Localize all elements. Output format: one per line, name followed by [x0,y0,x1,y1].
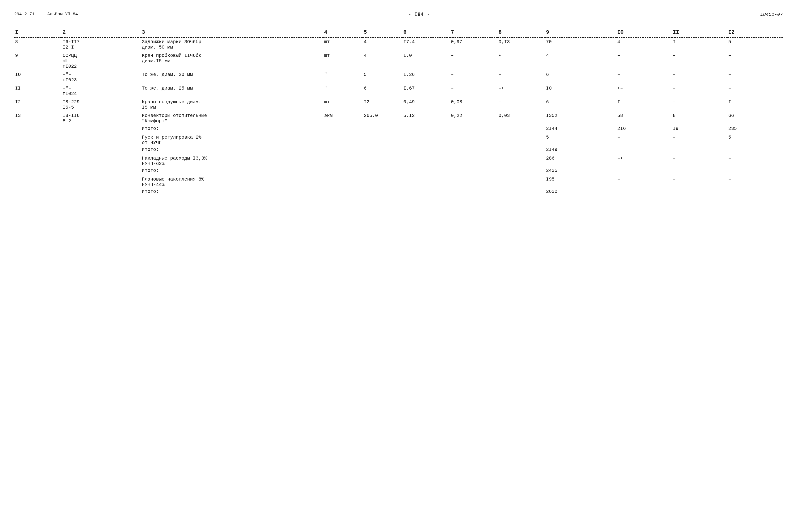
row-1-cell-9: 4 [545,51,616,71]
subtotal-3-empty-3 [323,155,363,167]
row-3-cell-9: IO [545,84,616,98]
row-5-cell-5: 265,0 [363,112,402,125]
col-header-2: 2 [62,27,141,37]
subtotal-1-col9: 5 [545,134,616,146]
row-3-cell-6: I,67 [402,84,450,98]
subtotal-5-col9: I95 [545,176,616,188]
row-2-cell-7: – [450,71,498,84]
row-2-cell-4: " [323,71,363,84]
subtotal-5-empty-4 [363,176,402,188]
subtotal-6-col9: 2630 [545,188,616,195]
main-table-container: I 2 3 4 5 6 7 8 9 IO II I2 8I6-II7I2-IЗа… [14,27,783,195]
header-left: 294-2-71 Альбом УП.84 [14,12,78,17]
col-header-4: 4 [323,27,363,37]
subtotal-5-empty-7 [498,176,545,188]
table-row: II–"–пI024То же, диам. 25 мм"6I,67––•IO•… [14,84,783,98]
subtotal-6-empty-6 [450,188,498,195]
row-0-cell-12: 5 [727,37,783,51]
row-0-cell-9: 70 [545,37,616,51]
row-2-cell-10: – [616,71,672,84]
col-header-7: 7 [450,27,498,37]
subtotal-6-empty-1 [62,188,141,195]
row-0-cell-11: I [672,37,727,51]
col-header-10: IO [616,27,672,37]
subtotal-5-col10: – [616,176,672,188]
page-header: 294-2-71 Альбом УП.84 - I84 - 18451-07 [14,10,783,20]
subtotal-1-empty-1 [62,134,141,146]
subtotal-3-empty-2: Накладные расходы I3,3%НУЧП-63% [141,155,323,167]
row-0-cell-3: Задвижки марки ЗОч6брдиам. 50 мм [141,37,323,51]
subtotal-4-empty-4 [363,167,402,174]
row-2-cell-9: 6 [545,71,616,84]
row-0-cell-5: 4 [363,37,402,51]
row-5-cell-11: 8 [672,112,727,125]
subtotal-1-empty-4 [363,134,402,146]
subtotal-2-empty-0 [14,146,62,153]
subtotal-row-1: Пуск и регулировка 2%от НУЧП5––5 [14,134,783,146]
subtotal-5-empty-5 [402,176,450,188]
row-1-cell-8: • [498,51,545,71]
subtotal-6-empty-3 [323,188,363,195]
header-page: - I84 - [408,12,430,18]
subtotal-5-col11: – [672,176,727,188]
row-5-cell-9: I352 [545,112,616,125]
subtotal-3-empty-1 [62,155,141,167]
col-header-11: II [672,27,727,37]
header-right: 18451-07 [760,12,783,17]
subtotal-3-col9: 286 [545,155,616,167]
subtotal-4-empty-3 [323,167,363,174]
row-5-cell-10: 58 [616,112,672,125]
subtotal-row-3: Накладные расходы I3,3%НУЧП-63%286–•–– [14,155,783,167]
row-4-cell-4: шт [323,98,363,112]
subtotal-0-col12: 235 [727,125,783,132]
subtotal-4-empty-2: Итого: [141,167,323,174]
subtotal-6-col11 [672,188,727,195]
col-header-12: I2 [727,27,783,37]
row-3-cell-8: –• [498,84,545,98]
row-5-cell-2: I8-II65-2 [62,112,141,125]
col-header-3: 3 [141,27,323,37]
subtotal-6-empty-5 [402,188,450,195]
row-5-cell-7: 0,22 [450,112,498,125]
top-divider [14,25,783,25]
subtotal-0-col9: 2I44 [545,125,616,132]
row-0-cell-6: I7,4 [402,37,450,51]
subtotal-1-empty-7 [498,134,545,146]
subtotal-4-col9: 2435 [545,167,616,174]
row-4-cell-9: 6 [545,98,616,112]
row-4-cell-1: I2 [14,98,62,112]
subtotal-4-empty-6 [450,167,498,174]
subtotal-2-empty-4 [363,146,402,153]
subtotal-5-col12: – [727,176,783,188]
row-3-cell-10: •– [616,84,672,98]
table-row: IO–"–пI023То же, диам. 20 мм"5I,26––6––– [14,71,783,84]
subtotal-3-col11: – [672,155,727,167]
subtotal-4-col10 [616,167,672,174]
subtotal-3-empty-6 [450,155,498,167]
subtotal-row-2: Итого:2I49 [14,146,783,153]
row-2-cell-3: То же, диам. 20 мм [141,71,323,84]
subtotal-3-empty-4 [363,155,402,167]
row-4-cell-5: I2 [363,98,402,112]
subtotal-5-empty-3 [323,176,363,188]
col-header-5: 5 [363,27,402,37]
subtotal-2-empty-1 [62,146,141,153]
row-5-cell-3: Конвекторы отопительные"Комфорт" [141,112,323,125]
row-4-cell-8: – [498,98,545,112]
subtotal-4-empty-5 [402,167,450,174]
subtotal-2-col11 [672,146,727,153]
subtotal-6-empty-0 [14,188,62,195]
row-3-cell-11: – [672,84,727,98]
row-5-cell-6: 5,I2 [402,112,450,125]
row-3-cell-7: – [450,84,498,98]
subtotal-6-col10 [616,188,672,195]
subtotal-1-empty-3 [323,134,363,146]
row-3-cell-12: – [727,84,783,98]
row-2-cell-8: – [498,71,545,84]
subtotal-6-empty-4 [363,188,402,195]
subtotal-0-empty-2: Итого: [141,125,323,132]
row-2-cell-12: – [727,71,783,84]
subtotal-2-col9: 2I49 [545,146,616,153]
subtotal-0-empty-1 [62,125,141,132]
row-2-cell-1: IO [14,71,62,84]
